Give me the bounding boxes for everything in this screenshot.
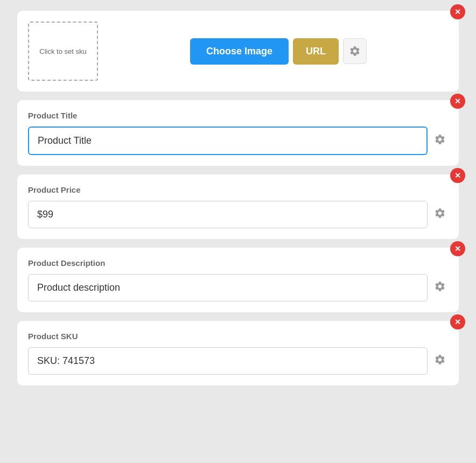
product-description-close-button[interactable] [450, 241, 465, 256]
product-sku-row [28, 347, 448, 375]
product-sku-input[interactable] [28, 347, 428, 375]
product-description-label: Product Description [28, 258, 448, 268]
product-description-row [28, 274, 448, 301]
image-gear-button[interactable] [343, 38, 367, 64]
url-button[interactable]: URL [293, 38, 339, 65]
product-title-label: Product Title [28, 111, 448, 120]
product-sku-close-button[interactable] [450, 314, 465, 329]
product-description-card: Product Description [17, 248, 459, 312]
product-sku-label: Product SKU [28, 332, 448, 341]
image-card: Click to set sku Choose Image URL [17, 11, 459, 92]
gear-icon [434, 207, 446, 219]
product-sku-gear-button[interactable] [432, 352, 448, 370]
product-description-gear-button[interactable] [432, 278, 448, 297]
product-sku-card: Product SKU [17, 321, 459, 385]
image-placeholder-label: Click to set sku [39, 47, 86, 55]
gear-icon [349, 45, 361, 57]
product-price-gear-button[interactable] [432, 205, 448, 224]
choose-image-button[interactable]: Choose Image [190, 38, 289, 65]
product-title-gear-button[interactable] [432, 131, 448, 150]
product-price-row [28, 201, 448, 228]
image-actions: Choose Image URL [109, 38, 448, 65]
product-title-input[interactable] [28, 127, 428, 155]
gear-icon [434, 280, 446, 292]
gear-icon [434, 134, 446, 145]
product-description-input[interactable] [28, 274, 428, 301]
product-title-card: Product Title [17, 100, 459, 166]
product-price-card: Product Price [17, 174, 459, 239]
image-card-close-button[interactable] [450, 4, 465, 19]
image-placeholder[interactable]: Click to set sku [28, 22, 98, 81]
product-price-label: Product Price [28, 185, 448, 194]
product-title-close-button[interactable] [450, 94, 465, 109]
gear-icon [434, 354, 446, 366]
product-price-close-button[interactable] [450, 168, 465, 183]
product-title-row [28, 127, 448, 155]
product-price-input[interactable] [28, 201, 428, 228]
